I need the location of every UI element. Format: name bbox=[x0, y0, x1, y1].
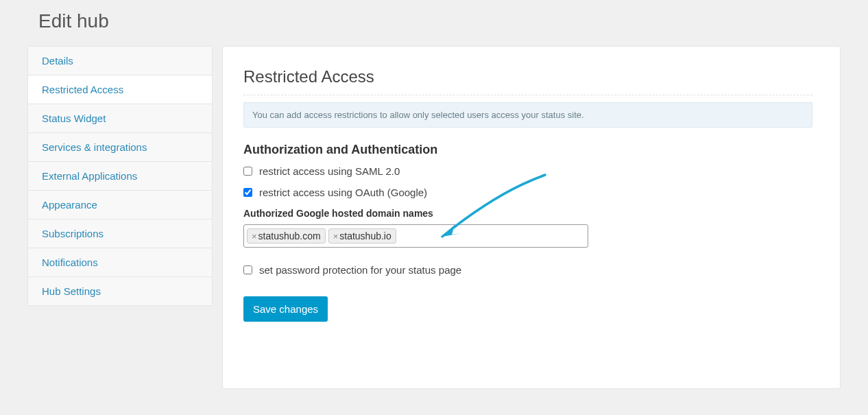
divider bbox=[243, 95, 812, 95]
sidebar-item-subscriptions[interactable]: Subscriptions bbox=[28, 220, 212, 248]
sidebar-item-details[interactable]: Details bbox=[28, 47, 212, 75]
save-button[interactable]: Save changes bbox=[243, 296, 328, 322]
domain-tag-input[interactable]: × statushub.com × statushub.io bbox=[243, 224, 588, 248]
section-title: Restricted Access bbox=[243, 67, 812, 86]
sidebar-item-external-applications[interactable]: External Applications bbox=[28, 162, 212, 191]
sidebar-item-restricted-access[interactable]: Restricted Access bbox=[28, 75, 212, 104]
checkbox-oauth-label[interactable]: restrict access using OAuth (Google) bbox=[259, 187, 427, 198]
sidebar-item-hub-settings[interactable]: Hub Settings bbox=[28, 277, 212, 305]
tag-remove-icon[interactable]: × bbox=[252, 232, 257, 241]
checkbox-row-saml: restrict access using SAML 2.0 bbox=[243, 165, 812, 177]
domain-tag-text: statushub.io bbox=[339, 230, 391, 241]
sidebar-item-status-widget[interactable]: Status Widget bbox=[28, 104, 212, 133]
info-box: You can add access restrictions to allow… bbox=[243, 102, 812, 128]
domain-tag-text: statushub.com bbox=[258, 230, 321, 241]
checkbox-saml[interactable] bbox=[243, 167, 252, 176]
domain-tag: × statushub.io bbox=[328, 228, 396, 244]
tag-remove-icon[interactable]: × bbox=[333, 232, 339, 241]
domain-field-label: Authorized Google hosted domain names bbox=[243, 208, 812, 219]
auth-heading: Authorization and Authentication bbox=[243, 143, 812, 157]
domain-tag: × statushub.com bbox=[247, 228, 326, 244]
sidebar-item-notifications[interactable]: Notifications bbox=[28, 248, 212, 277]
checkbox-row-password: set password protection for your status … bbox=[243, 264, 812, 276]
sidebar-item-services-integrations[interactable]: Services & integrations bbox=[28, 133, 212, 162]
checkbox-row-oauth: restrict access using OAuth (Google) bbox=[243, 187, 812, 198]
checkbox-password[interactable] bbox=[243, 265, 252, 274]
main-panel: Restricted Access You can add access res… bbox=[222, 46, 841, 389]
checkbox-oauth[interactable] bbox=[243, 188, 252, 197]
checkbox-password-label[interactable]: set password protection for your status … bbox=[259, 264, 461, 276]
sidebar: Details Restricted Access Status Widget … bbox=[27, 46, 213, 306]
checkbox-saml-label[interactable]: restrict access using SAML 2.0 bbox=[259, 165, 400, 177]
sidebar-item-appearance[interactable]: Appearance bbox=[28, 191, 212, 220]
page-title: Edit hub bbox=[38, 10, 841, 32]
